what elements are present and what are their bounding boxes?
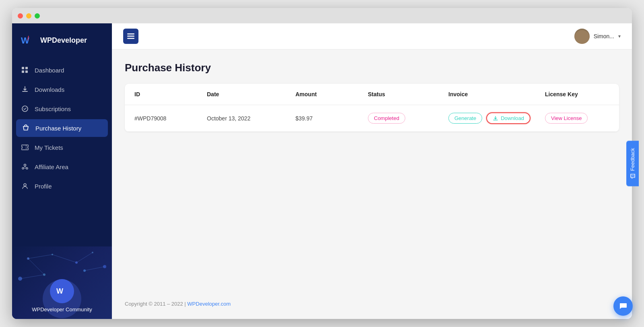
chevron-down-icon: ▾ [618,33,621,39]
view-license-button[interactable]: View License [545,113,588,124]
svg-rect-5 [22,70,24,73]
svg-rect-29 [127,36,134,37]
grid-icon [21,66,29,74]
maximize-button[interactable] [35,13,40,19]
svg-line-25 [85,267,105,271]
user-menu[interactable]: Simon... ▾ [574,29,621,44]
table-header: ID Date Amount Status Invoice License Ke… [125,84,619,105]
sidebar: W / WPDeveloper [12,23,112,319]
cell-invoice: Generate Download [448,112,545,124]
col-date: Date [207,91,295,97]
community-label: WPDeveloper Community [32,306,92,313]
svg-rect-6 [25,70,28,73]
svg-line-21 [52,255,76,263]
logo-text: WPDeveloper [40,36,87,45]
col-amount: Amount [295,91,368,97]
svg-rect-3 [22,67,24,69]
sidebar-item-label-my-tickets: My Tickets [35,144,63,151]
svg-point-36 [633,176,634,176]
sidebar-item-label-downloads: Downloads [35,86,64,93]
svg-rect-28 [127,33,134,35]
sidebar-item-my-tickets[interactable]: My Tickets [12,138,112,157]
sidebar-item-label-purchase-history: Purchase History [35,125,81,132]
sidebar-item-label-dashboard: Dashboard [35,67,64,74]
footer-link[interactable]: WPDeveloper.com [187,301,231,307]
status-badge: Completed [368,113,405,124]
feedback-tab[interactable]: Feedback [626,141,639,186]
affiliate-icon [21,163,29,171]
svg-point-35 [632,176,633,176]
svg-rect-30 [127,38,134,39]
svg-line-24 [28,259,44,275]
col-invoice: Invoice [448,91,545,97]
page-title: Purchase History [125,62,619,74]
table-row: #WPD79008 October 13, 2022 $39.97 Comple… [125,105,619,132]
svg-point-9 [22,168,24,169]
generate-invoice-button[interactable]: Generate [448,113,482,124]
svg-text:/: / [27,35,29,41]
svg-point-34 [632,176,632,176]
minimize-button[interactable] [26,13,31,19]
app-window: W / WPDeveloper [12,8,632,319]
cell-license: View License [545,113,619,124]
sidebar-item-affiliate-area[interactable]: Affiliate Area [12,157,112,176]
titlebar [12,8,632,23]
purchase-table: ID Date Amount Status Invoice License Ke… [125,84,619,132]
sidebar-nav: Dashboard Downloads [12,57,112,246]
download-invoice-button[interactable]: Download [486,112,530,124]
svg-line-22 [76,252,93,263]
header: Simon... ▾ [112,23,632,50]
user-name: Simon... [594,33,614,39]
cell-id: #WPD79008 [134,115,207,122]
svg-text:W: W [56,287,63,295]
col-id: ID [134,91,207,97]
sidebar-item-dashboard[interactable]: Dashboard [12,60,112,80]
subscriptions-icon [21,105,29,113]
svg-point-10 [26,168,28,169]
svg-rect-4 [25,67,28,69]
sidebar-item-profile[interactable]: Profile [12,176,112,196]
col-license: License Key [545,91,619,97]
sidebar-item-purchase-history[interactable]: Purchase History [16,119,108,137]
sidebar-item-label-subscriptions: Subscriptions [35,106,71,112]
menu-button[interactable] [123,29,138,44]
app-body: W / WPDeveloper [12,23,632,319]
svg-line-23 [20,275,44,279]
shopping-bag-icon [22,124,30,132]
col-status: Status [368,91,448,97]
svg-point-11 [24,184,26,186]
avatar [574,29,590,44]
feedback-label: Feedback [630,148,636,171]
svg-point-33 [574,29,590,44]
logo-area: W / WPDeveloper [12,23,112,57]
close-button[interactable] [18,13,23,19]
sidebar-item-subscriptions[interactable]: Subscriptions [12,99,112,118]
logo-icon: W / [20,32,36,48]
sidebar-item-label-profile: Profile [35,183,52,190]
cell-amount: $39.97 [295,115,368,122]
sidebar-item-label-affiliate-area: Affiliate Area [35,164,68,170]
svg-line-20 [28,255,52,259]
page-footer: Copyright © 2011 – 2022 | WPDeveloper.co… [125,293,619,307]
download-invoice-label: Download [501,115,524,121]
download-icon [21,85,29,93]
sidebar-item-downloads[interactable]: Downloads [12,80,112,99]
chat-button[interactable] [613,296,633,316]
cell-date: October 13, 2022 [207,115,295,122]
cell-status: Completed [368,113,448,124]
page-content: Purchase History ID Date Amount Status I… [112,50,632,319]
community-section: W WPDeveloper Community [12,246,112,319]
user-icon [21,182,29,190]
ticket-icon [21,143,29,151]
community-logo: W [50,279,74,303]
main-content: Simon... ▾ Purchase History ID Date Amou… [112,23,632,319]
svg-point-8 [24,164,26,166]
footer-text: Copyright © 2011 – 2022 | [125,301,187,307]
